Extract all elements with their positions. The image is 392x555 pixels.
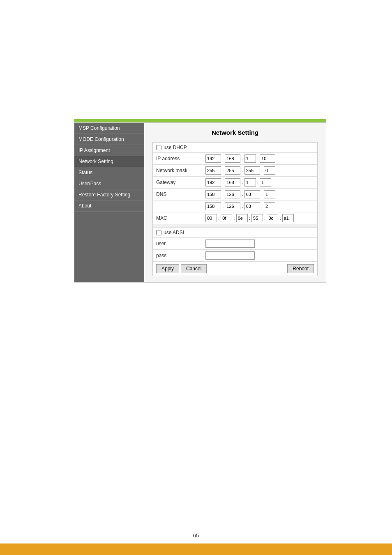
apply-button[interactable]: Apply: [156, 264, 179, 273]
ip-address-inputs: . . .: [205, 154, 275, 163]
gateway-inputs: . . .: [205, 178, 271, 187]
mac-seg4[interactable]: [251, 214, 263, 222]
gw-oct1[interactable]: [205, 178, 221, 187]
dns2-inputs: . . .: [205, 202, 275, 210]
dns2-oct4[interactable]: [264, 202, 275, 210]
gw-oct4[interactable]: [260, 178, 271, 187]
mac-inputs: : : : : :: [205, 214, 294, 222]
left-buttons: Apply Cancel: [156, 264, 207, 273]
sidebar-item-ip-assignment[interactable]: IP Assignment: [74, 145, 144, 156]
mac-label: MAC: [156, 215, 205, 221]
dns1-oct2[interactable]: [225, 190, 240, 198]
network-mask-row: Network mask . . .: [153, 165, 317, 177]
mac-row: MAC : : : : :: [153, 212, 317, 224]
user-row: user: [153, 238, 317, 250]
use-adsl-label[interactable]: use ADSL: [164, 230, 185, 235]
sidebar: MSP Configuration MODE Configuration IP …: [74, 123, 144, 282]
network-mask-label: Network mask: [156, 168, 205, 173]
ip-address-row: IP address . . .: [153, 153, 317, 165]
user-label: user: [156, 241, 205, 246]
sidebar-item-restore-factory[interactable]: Restore Factory Setting: [74, 189, 144, 200]
gateway-label: Gateway: [156, 180, 205, 185]
dns1-oct4[interactable]: [264, 190, 275, 198]
dns2-row: . . .: [153, 200, 317, 212]
use-dhcp-checkbox[interactable]: [156, 145, 161, 150]
mac-seg6[interactable]: [282, 214, 294, 222]
use-adsl-row: use ADSL: [153, 228, 317, 238]
page-content: MSP Configuration MODE Configuration IP …: [0, 0, 392, 555]
sidebar-item-network-setting[interactable]: Network Setting: [74, 156, 144, 167]
mask-oct1[interactable]: [205, 166, 221, 175]
ip-address-label: IP address: [156, 156, 205, 161]
gw-oct2[interactable]: [225, 178, 240, 187]
use-dhcp-row: use DHCP: [153, 143, 317, 153]
reboot-button[interactable]: Reboot: [287, 264, 314, 273]
dns1-row: DNS . . .: [153, 189, 317, 200]
sidebar-item-msp-config[interactable]: MSP Configuration: [74, 123, 144, 134]
ip-oct4[interactable]: [260, 154, 275, 163]
page-title: Network Setting: [152, 129, 318, 136]
gw-oct3[interactable]: [244, 178, 256, 187]
dns2-oct1[interactable]: [205, 202, 221, 210]
divider: [153, 224, 317, 228]
sidebar-item-about[interactable]: About: [74, 200, 144, 212]
mac-seg2[interactable]: [221, 214, 232, 222]
mac-seg5[interactable]: [267, 214, 278, 222]
top-green-bar: [74, 119, 326, 122]
ip-oct3[interactable]: [244, 154, 256, 163]
network-mask-inputs: . . .: [205, 166, 275, 175]
pass-row: pass: [153, 250, 317, 262]
mac-seg3[interactable]: [236, 214, 248, 222]
use-dhcp-label[interactable]: use DHCP: [164, 145, 187, 150]
dns2-oct3[interactable]: [244, 202, 260, 210]
content-area: Network Setting use DHCP IP address . .: [144, 123, 326, 282]
bottom-orange-bar: [0, 543, 392, 555]
sidebar-item-mode-config[interactable]: MODE Configuration: [74, 134, 144, 145]
user-input[interactable]: [205, 240, 255, 248]
ip-oct1[interactable]: [205, 154, 221, 163]
page-number: 65: [193, 532, 199, 539]
mac-seg1[interactable]: [205, 214, 217, 222]
dns1-oct1[interactable]: [205, 190, 221, 198]
dns1-oct3[interactable]: [244, 190, 260, 198]
mask-oct2[interactable]: [225, 166, 240, 175]
use-adsl-checkbox[interactable]: [156, 230, 161, 235]
sidebar-item-status[interactable]: Status: [74, 167, 144, 178]
dns1-inputs: . . .: [205, 190, 275, 198]
button-row: Apply Cancel Reboot: [153, 262, 317, 276]
pass-input[interactable]: [205, 251, 255, 260]
ip-oct2[interactable]: [225, 154, 240, 163]
sidebar-item-user-pass[interactable]: User/Pass: [74, 178, 144, 189]
dns-label: DNS: [156, 191, 205, 197]
main-panel: MSP Configuration MODE Configuration IP …: [74, 122, 326, 283]
mask-oct4[interactable]: [264, 166, 275, 175]
cancel-button[interactable]: Cancel: [181, 264, 207, 273]
gateway-row: Gateway . . .: [153, 177, 317, 189]
mask-oct3[interactable]: [244, 166, 260, 175]
pass-label: pass: [156, 253, 205, 258]
dns2-oct2[interactable]: [225, 202, 240, 210]
